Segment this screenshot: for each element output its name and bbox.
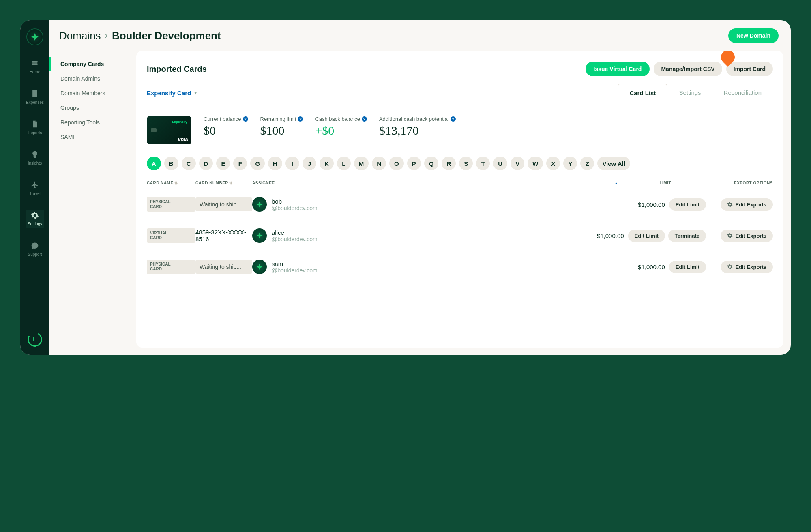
alpha-chip-m[interactable]: M: [354, 157, 369, 170]
gear-icon: [727, 202, 733, 207]
alpha-chip-c[interactable]: C: [182, 157, 196, 170]
stat-value: $100: [260, 124, 303, 137]
caret-down-icon: ▼: [193, 91, 197, 95]
alpha-chip-k[interactable]: K: [320, 157, 334, 170]
alpha-chip-e[interactable]: E: [216, 157, 230, 170]
col-export[interactable]: EXPORT OPTIONS: [710, 181, 773, 185]
alpha-chip-z[interactable]: Z: [580, 157, 594, 170]
alpha-chip-g[interactable]: G: [250, 157, 265, 170]
breadcrumb-root[interactable]: Domains: [59, 30, 101, 42]
col-card-number[interactable]: CARD NUMBER⇅: [195, 181, 252, 185]
panel-header: Imported Cards Issue Virtual Card Manage…: [147, 62, 773, 76]
alpha-chip-v[interactable]: V: [511, 157, 524, 170]
card-type-badge: VIRTUALCARD: [147, 228, 195, 243]
edit-exports-button[interactable]: Edit Exports: [721, 261, 773, 273]
edit limit-button[interactable]: Edit Limit: [669, 198, 706, 211]
rail-support[interactable]: Support: [26, 240, 44, 258]
edit limit-button[interactable]: Edit Limit: [628, 230, 665, 242]
assignee: bob@boulderdev.com: [252, 197, 624, 212]
alpha-chip-x[interactable]: X: [546, 157, 560, 170]
alpha-filter: ABCDEFGHIJKLMNOPQRSTUVWXYZView All: [147, 157, 773, 170]
plane-icon: [31, 181, 39, 189]
info-icon[interactable]: ?: [451, 116, 456, 122]
table-head: CARD NAME⇅ CARD NUMBER⇅ ASSIGNEE▲ LIMIT …: [147, 178, 773, 189]
snav-domain-members[interactable]: Domain Members: [49, 86, 136, 101]
col-card-name[interactable]: CARD NAME⇅: [147, 181, 195, 185]
info-icon[interactable]: ?: [298, 116, 303, 122]
col-assignee[interactable]: ASSIGNEE▲: [252, 181, 631, 185]
edit limit-button[interactable]: Edit Limit: [669, 261, 706, 273]
subrow: Expensify Card ▼ Card List Settings Reco…: [147, 84, 773, 102]
alpha-chip-d[interactable]: D: [199, 157, 213, 170]
content-wrap: Company Cards Domain Admins Domain Membe…: [49, 51, 791, 355]
alpha-chip-a[interactable]: A: [147, 157, 161, 170]
edit-exports-button[interactable]: Edit Exports: [721, 198, 773, 211]
edit-exports-button[interactable]: Edit Exports: [721, 230, 773, 242]
breadcrumb-leaf: Boulder Development: [112, 30, 221, 42]
card-select-label: Expensify Card: [147, 90, 191, 97]
rail-home[interactable]: Home: [26, 58, 44, 76]
rail-settings[interactable]: Settings: [26, 210, 44, 228]
alpha-chip-w[interactable]: W: [528, 157, 543, 170]
avatar: [252, 197, 267, 212]
col-limit[interactable]: LIMIT: [631, 181, 671, 185]
card-art: Expensify VISA: [147, 116, 191, 144]
row-actions: Edit Limit: [665, 198, 710, 211]
alpha-chip-j[interactable]: J: [303, 157, 316, 170]
rail-insights[interactable]: Insights: [26, 149, 44, 167]
info-icon[interactable]: ?: [243, 116, 248, 122]
new-domain-button[interactable]: New Domain: [728, 28, 779, 43]
alpha-chip-u[interactable]: U: [493, 157, 507, 170]
issue-virtual-card-button[interactable]: Issue Virtual Card: [586, 62, 650, 76]
snav-company-cards[interactable]: Company Cards: [49, 57, 136, 71]
svg-rect-0: [32, 61, 37, 62]
import-card-button[interactable]: Import Card: [726, 62, 773, 76]
info-icon[interactable]: ?: [362, 116, 367, 122]
snav-groups[interactable]: Groups: [49, 101, 136, 115]
stat-value: $0: [204, 124, 248, 137]
alpha-chip-h[interactable]: H: [268, 157, 282, 170]
compass-icon: [30, 32, 39, 41]
sort-asc-icon: ▲: [614, 181, 618, 185]
alpha-chip-o[interactable]: O: [389, 157, 404, 170]
card-feed-select[interactable]: Expensify Card ▼: [147, 90, 197, 97]
alpha-chip-i[interactable]: I: [285, 157, 299, 170]
alpha-chip-t[interactable]: T: [476, 157, 490, 170]
rail-label: Insights: [28, 161, 42, 165]
card-type-badge: PHYSICALCARD: [147, 197, 195, 212]
rail-label: Reports: [28, 131, 42, 135]
stat-value: +$0: [315, 124, 367, 137]
row-actions: Edit Limit: [665, 261, 710, 273]
assignee-name: alice: [272, 229, 318, 236]
chip-icon: [151, 128, 157, 132]
brand-logo[interactable]: [26, 28, 43, 45]
gear-icon: [727, 233, 733, 238]
alpha-chip-l[interactable]: L: [337, 157, 351, 170]
expensify-e-logo[interactable]: E: [26, 330, 44, 348]
table-row: VIRTUALCARD4859-32XX-XXXX-8516alice@boul…: [147, 220, 773, 251]
compass-icon: [256, 232, 263, 239]
row-actions: Edit LimitTerminate: [624, 230, 710, 242]
alpha-chip-s[interactable]: S: [459, 157, 473, 170]
assignee-name: sam: [272, 260, 318, 267]
alpha-chip-n[interactable]: N: [372, 157, 386, 170]
tab-reconciliation[interactable]: Reconciliation: [712, 84, 773, 102]
rail-travel[interactable]: Travel: [26, 179, 44, 197]
tab-card-list[interactable]: Card List: [618, 84, 667, 102]
rail-expenses[interactable]: Expenses: [26, 88, 44, 106]
snav-reporting-tools[interactable]: Reporting Tools: [49, 115, 136, 130]
snav-saml[interactable]: SAML: [49, 130, 136, 144]
alpha-view-all[interactable]: View All: [597, 157, 630, 170]
terminate-button[interactable]: Terminate: [668, 230, 706, 242]
rail-reports[interactable]: Reports: [26, 118, 44, 137]
alpha-chip-r[interactable]: R: [442, 157, 456, 170]
alpha-chip-q[interactable]: Q: [424, 157, 439, 170]
alpha-chip-b[interactable]: B: [164, 157, 178, 170]
alpha-chip-p[interactable]: P: [407, 157, 421, 170]
card-number-pill: Waiting to ship...: [195, 260, 252, 274]
alpha-chip-f[interactable]: F: [233, 157, 247, 170]
manage-import-csv-button[interactable]: Manage/Import CSV: [654, 62, 722, 76]
alpha-chip-y[interactable]: Y: [563, 157, 577, 170]
snav-domain-admins[interactable]: Domain Admins: [49, 71, 136, 86]
tab-settings[interactable]: Settings: [667, 84, 712, 102]
